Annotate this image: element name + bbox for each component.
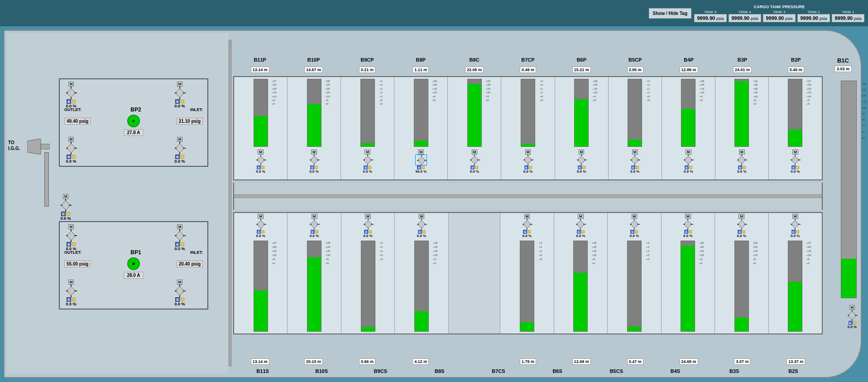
bp2-valve-left[interactable]: M B 0.0 % bbox=[64, 82, 78, 108]
col-label-b4p: B4P bbox=[662, 57, 715, 63]
bp1-outlet-label: OUTLET: bbox=[64, 250, 82, 255]
bp2-bot-valve-right[interactable]: M B 0.0 % bbox=[173, 137, 187, 164]
middle-left-valve[interactable]: M B 0.0 % bbox=[59, 194, 72, 221]
svg-rect-1 bbox=[41, 144, 50, 149]
bp1-bot-valve-right[interactable]: M B 0.0 % bbox=[173, 280, 187, 306]
col-label-b6p: B6P bbox=[555, 57, 608, 63]
tank-cell-b7cp: +2+2+1+1+0+0 M B 0.0 % bbox=[501, 77, 555, 179]
b6p-bottom-valve[interactable]: M B 0.0 % bbox=[575, 150, 587, 174]
col-label-b11s: B11S bbox=[233, 368, 292, 374]
tank1-box: TANK 1 9999.90 psia bbox=[832, 10, 864, 22]
cargo-tank-pressure-group: CARGO TANK PRESSURE TANK 5 9999.90 psia … bbox=[694, 5, 864, 22]
b3s-top-valve[interactable]: M B 0.0 % bbox=[736, 214, 748, 238]
meas-b11p: 13.14 m bbox=[251, 67, 269, 73]
b10s-top-valve[interactable]: M B 0.0 % bbox=[308, 214, 320, 238]
bp2-valve-right[interactable]: M B 0.0 % bbox=[173, 82, 187, 108]
b4s-top-valve[interactable]: M B 0.0 % bbox=[682, 214, 694, 238]
b11p-bottom-valve[interactable]: M B 0.0 % bbox=[255, 150, 267, 174]
bp2-current: 27.8 A bbox=[124, 129, 143, 136]
meas-b9cp: 0.21 m bbox=[359, 67, 375, 73]
col-label-b6s: B6S bbox=[528, 368, 587, 374]
tank-cell-b4s: M B 0.0 % +26+20+15+10+5+0 bbox=[662, 213, 715, 334]
col-label-b7cs: B7CS bbox=[469, 368, 528, 374]
svg-marker-0 bbox=[27, 139, 41, 155]
igg-label: TOI.G.G. bbox=[8, 140, 20, 151]
bp2-bottom-valves: M B 0.0 % M bbox=[64, 137, 187, 164]
bp1-outlet-value: 55.00 psig bbox=[64, 261, 91, 267]
b5cp-bottom-valve[interactable]: M B 0.0 % bbox=[629, 150, 641, 174]
meas-b8c: 22.05 m bbox=[465, 67, 484, 73]
meas-b5cs: 0.47 m bbox=[627, 358, 643, 365]
b9cp-bottom-valve[interactable]: M B 0.0 % bbox=[362, 150, 374, 174]
bp2-center: OUTLET: BP2 INLET: bbox=[64, 106, 203, 113]
meas-b10s: 20.10 m bbox=[304, 358, 323, 365]
b3p-bottom-valve[interactable]: M B 0.0 % bbox=[736, 150, 748, 174]
col-label-b8c: B8C bbox=[447, 57, 501, 63]
bp1-readings: 55.00 psig 20.40 psig bbox=[64, 257, 203, 270]
valve-bl-icon bbox=[64, 142, 78, 155]
bp2-inlet-value: 21.10 psig bbox=[177, 118, 203, 125]
meas-b3s: 3.07 m bbox=[734, 358, 750, 365]
meas-b4p: 12.89 m bbox=[680, 67, 698, 73]
tank-cell-b4p: +26+20+15+10+5+0 M B 0.0 % bbox=[662, 77, 715, 179]
b7cp-bottom-valve[interactable]: M B 0.0 % bbox=[522, 150, 534, 174]
tank4-pressure: 9999.90 psia bbox=[729, 14, 761, 22]
b1c-label: B1C bbox=[837, 57, 849, 64]
bp1-valve-right[interactable]: M B 0.0 % bbox=[173, 224, 187, 251]
bp2-outlet-label: OUTLET: bbox=[64, 107, 82, 112]
bp1-motor[interactable] bbox=[127, 257, 140, 270]
col-label-b9cs: B9CS bbox=[351, 368, 410, 374]
b2s-top-valve[interactable]: M B 0.0 % bbox=[789, 214, 801, 238]
col-label-b11p: B11P bbox=[233, 57, 287, 63]
meas-b8s: 4.12 m bbox=[412, 358, 429, 365]
b8p-bottom-valve[interactable]: M B 94.0 % bbox=[415, 150, 427, 174]
tank5-box: TANK 5 9999.90 psia bbox=[694, 10, 727, 22]
cargo-tank-pressure-label: CARGO TANK PRESSURE bbox=[754, 5, 805, 9]
bp1-label: BP1 bbox=[130, 249, 141, 256]
top-col-labels-row: B11P B10P B9CP B8P B8C B7CP B6P B5CP B4P… bbox=[233, 57, 823, 63]
tank3-pressure: 9999.90 psia bbox=[763, 14, 796, 22]
col-label-b9cp: B9CP bbox=[340, 57, 394, 63]
tank-cell-b10s: M B 0.0 % +29+20+15+10+5+0 bbox=[288, 213, 341, 334]
bp1-valve-l-icon bbox=[64, 229, 78, 242]
meas-b11s: 13.14 m bbox=[251, 358, 269, 365]
bp1-bot-valve-left[interactable]: M B 0.0 % bbox=[64, 280, 78, 306]
valve-br-icon bbox=[173, 142, 187, 155]
tank4-box: TANK 4 9999.90 psia bbox=[729, 10, 761, 22]
tank-cell-b8s: M B 0.0 % +26+20+15+10+5+0 bbox=[395, 213, 448, 334]
b10p-bottom-valve[interactable]: M B 0.0 % bbox=[308, 150, 320, 174]
col-label-b4s: B4S bbox=[646, 368, 705, 374]
bp1-valve-left[interactable]: M B 0.0 % bbox=[64, 224, 78, 251]
meas-b3p: 24.01 m bbox=[733, 67, 752, 73]
b8c-bottom-valve[interactable]: M B 0.0 % bbox=[469, 150, 480, 174]
b1c-measurement: 3.03 m bbox=[834, 66, 852, 72]
meas-b8p: 1.11 m bbox=[412, 67, 429, 73]
tank-cell-b5cs: M B 0.0 % +2+1+1+0+0 bbox=[608, 213, 661, 334]
tank1-pressure: 9999.90 psia bbox=[832, 14, 864, 22]
bp1-center: OUTLET: BP1 INLET: bbox=[64, 249, 203, 256]
b1c-gauge-bar: +19+16+14+12+10+8+6+4+2+0 bbox=[841, 81, 857, 298]
tank2-label: TANK 2 bbox=[807, 10, 820, 14]
b7cs-top-valve[interactable]: M B 0.0 % bbox=[521, 214, 533, 238]
bp2-motor[interactable] bbox=[127, 115, 140, 127]
b1c-scale: +19+16+14+12+10+8+6+4+2+0 bbox=[862, 81, 866, 141]
tank-cell-b9cp: +2+2+1+1+1+0+0 M B 0.0 % bbox=[341, 77, 394, 179]
b2p-bottom-valve[interactable]: M B 0.0 % bbox=[789, 150, 801, 174]
b6s-top-valve[interactable]: M B 0.0 % bbox=[575, 214, 586, 238]
show-hide-tag-button[interactable]: Show / Hide Tag bbox=[649, 8, 691, 19]
b5cs-top-valve[interactable]: M B 0.0 % bbox=[628, 214, 640, 238]
mid-valve-icon bbox=[59, 199, 72, 212]
b9cs-top-valve[interactable]: M B 0.0 % bbox=[362, 214, 374, 238]
tank1-label: TANK 1 bbox=[842, 10, 854, 14]
b11s-top-valve[interactable]: M B 0.0 % bbox=[255, 214, 267, 238]
tank3-box: TANK 3 9999.90 psia bbox=[763, 10, 796, 22]
col-label-b2s: B2S bbox=[764, 368, 823, 374]
b8s-top-valve[interactable]: M B 0.0 % bbox=[416, 214, 427, 238]
bp2-top-valves: M B 0.0 % M bbox=[64, 82, 187, 108]
col-label-b3p: B3P bbox=[715, 57, 769, 63]
b1c-valve[interactable]: M B 0.0 % bbox=[846, 305, 858, 329]
meas-b6p: 15.21 m bbox=[572, 67, 591, 73]
b4p-bottom-valve[interactable]: M B 0.0 % bbox=[682, 150, 694, 174]
bp2-bot-valve-left[interactable]: M B 0.0 % bbox=[64, 137, 78, 164]
ship-area: TOI.G.G. M bbox=[0, 26, 868, 382]
